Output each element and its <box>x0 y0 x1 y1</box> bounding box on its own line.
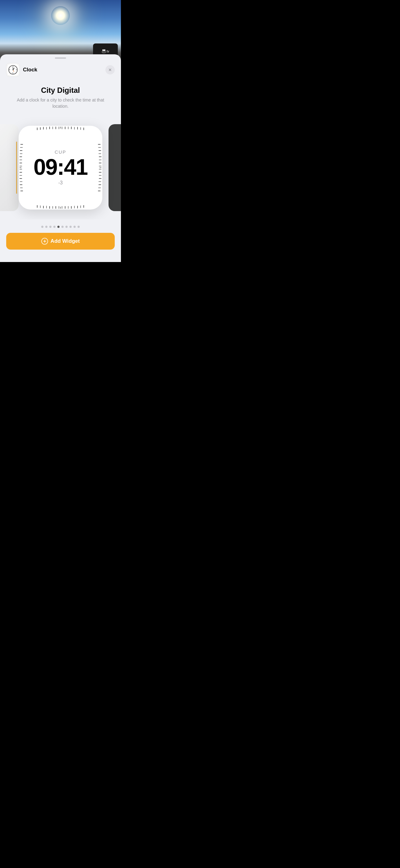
svg-text:12: 12 <box>12 66 14 68</box>
widget-offset: -3 <box>58 180 63 186</box>
sun <box>51 6 70 25</box>
dot-4[interactable] <box>53 226 56 228</box>
offset-value: -3 <box>58 180 63 185</box>
dot-5-active[interactable] <box>57 226 60 228</box>
svg-point-14 <box>13 69 14 70</box>
carousel-card-center[interactable]: CUP 09:41 -3 <box>19 126 102 210</box>
app-info: 12 6 3 9 Clock <box>6 63 37 77</box>
widget-carousel[interactable]: CUP 09:41 -3 <box>0 116 121 219</box>
clock-app-icon: 12 6 3 9 <box>7 64 19 76</box>
add-widget-button[interactable]: ＋ Add Widget <box>6 233 115 250</box>
sheet-header: 12 6 3 9 Clock ✕ <box>0 59 121 80</box>
widget-title: City Digital <box>6 86 115 95</box>
dot-6[interactable] <box>61 226 64 228</box>
close-icon: ✕ <box>108 67 112 72</box>
widget-time: 09:41 <box>33 156 88 178</box>
carousel-card-right[interactable] <box>108 124 121 211</box>
widget-description: Add a clock for a city to check the time… <box>12 97 108 109</box>
app-icon: 12 6 3 9 <box>6 63 20 77</box>
plus-circle-icon: ＋ <box>41 238 48 245</box>
apple-tv-logo: tv <box>102 49 109 53</box>
dot-2[interactable] <box>45 226 47 228</box>
widget-city: CUP <box>55 149 66 155</box>
carousel-card-left[interactable] <box>0 124 19 211</box>
add-widget-label: Add Widget <box>51 238 80 244</box>
dot-3[interactable] <box>49 226 52 228</box>
dot-1[interactable] <box>41 226 43 228</box>
dot-8[interactable] <box>69 226 72 228</box>
dot-7[interactable] <box>65 226 68 228</box>
dot-10[interactable] <box>77 226 80 228</box>
close-button[interactable]: ✕ <box>105 65 115 74</box>
app-name: Clock <box>23 67 37 73</box>
widget-sheet: 12 6 3 9 Clock ✕ City Digital Add a <box>0 54 121 262</box>
page-dots <box>0 219 121 233</box>
dot-9[interactable] <box>73 226 76 228</box>
